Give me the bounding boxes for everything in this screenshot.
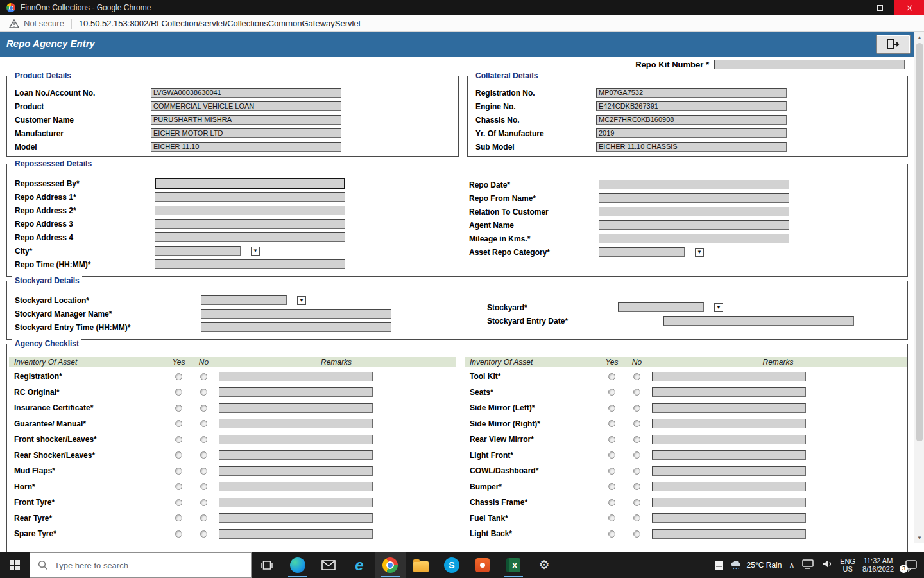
rear-view-mirror-remarks-input[interactable]	[652, 435, 806, 444]
tray-chevron-icon[interactable]: ∧	[789, 561, 794, 570]
rear-tyre-no-radio[interactable]	[200, 514, 207, 521]
stockyard-select[interactable]	[618, 302, 704, 312]
scrollbar-thumb[interactable]	[916, 43, 923, 441]
stockyard-dropdown-button[interactable]: ▼	[714, 303, 723, 312]
repossessed-by-input[interactable]	[155, 178, 345, 189]
repo-address-3-input[interactable]	[155, 219, 345, 229]
volume-icon[interactable]	[821, 559, 833, 572]
agent-name-input[interactable]	[599, 220, 789, 230]
start-button[interactable]	[0, 552, 30, 578]
spare-tyre-yes-radio[interactable]	[175, 530, 182, 538]
repo-address-2-input[interactable]	[155, 206, 345, 215]
rear-shocker-leaves-yes-radio[interactable]	[175, 451, 182, 459]
rear-view-mirror-no-radio[interactable]	[633, 436, 640, 443]
file-explorer-icon[interactable]	[406, 552, 436, 578]
minimize-button[interactable]	[835, 0, 865, 15]
side-mirror-left-remarks-input[interactable]	[652, 403, 806, 413]
address-bar[interactable]: Not secure 10.50.52.153:8002/RLCollectio…	[0, 15, 924, 32]
registration-no-input[interactable]: MP07GA7532	[596, 88, 787, 98]
task-view-button[interactable]	[252, 552, 282, 578]
fuel-tank-no-radio[interactable]	[633, 514, 640, 521]
light-back-remarks-input[interactable]	[652, 529, 806, 539]
cowl-dashboard-remarks-input[interactable]	[652, 466, 806, 476]
fuel-tank-remarks-input[interactable]	[652, 513, 806, 523]
registration-remarks-input[interactable]	[219, 372, 373, 381]
asset-repo-category-select[interactable]	[599, 247, 685, 257]
sub-model-input[interactable]: EICHER 11.10 CHASSIS	[596, 142, 787, 152]
rear-view-mirror-yes-radio[interactable]	[608, 436, 615, 443]
loan-no-account-no-input[interactable]: LVGWA00038630041	[151, 88, 341, 98]
mud-flaps-yes-radio[interactable]	[175, 468, 182, 475]
weather-widget[interactable]: 25°C Rain	[730, 561, 782, 570]
chassis-frame-yes-radio[interactable]	[608, 499, 615, 506]
internet-explorer-icon[interactable]: e	[344, 552, 375, 578]
guarantee-manual-yes-radio[interactable]	[175, 420, 182, 427]
relation-to-customer-input[interactable]	[599, 207, 789, 216]
mail-icon[interactable]	[313, 552, 344, 578]
seats-remarks-input[interactable]	[652, 387, 806, 397]
repo-time-hh-mm-input[interactable]	[155, 259, 345, 269]
network-icon[interactable]	[801, 559, 814, 572]
side-mirror-left-yes-radio[interactable]	[608, 405, 615, 412]
light-front-yes-radio[interactable]	[608, 451, 615, 459]
side-mirror-right-no-radio[interactable]	[633, 420, 640, 427]
mileage-in-kms-input[interactable]	[599, 234, 789, 243]
tool-kit-yes-radio[interactable]	[608, 373, 615, 380]
bumper-remarks-input[interactable]	[652, 482, 806, 491]
tray-app-icon[interactable]	[715, 561, 723, 570]
stockyard-entry-date-input[interactable]	[663, 316, 854, 326]
model-input[interactable]: EICHER 11.10	[151, 142, 341, 152]
insurance-certificate-remarks-input[interactable]	[219, 403, 373, 413]
front-shocker-leaves-yes-radio[interactable]	[175, 436, 182, 443]
city-dropdown-button[interactable]: ▼	[251, 247, 260, 256]
chassis-no-input[interactable]: MC2F7HRC0KB160908	[596, 115, 787, 125]
insurance-certificate-no-radio[interactable]	[200, 405, 207, 412]
side-mirror-left-no-radio[interactable]	[633, 405, 640, 412]
stockyard-entry-time-hh-mm-input[interactable]	[201, 322, 391, 332]
scroll-down-button[interactable]: ▼	[914, 532, 924, 543]
exit-button[interactable]	[876, 35, 911, 54]
repo-from-name-input[interactable]	[599, 193, 789, 203]
chassis-frame-no-radio[interactable]	[633, 499, 640, 506]
repo-address-4-input[interactable]	[155, 232, 345, 242]
front-shocker-leaves-no-radio[interactable]	[200, 436, 207, 443]
rc-original-yes-radio[interactable]	[175, 389, 182, 396]
front-shocker-leaves-remarks-input[interactable]	[219, 435, 373, 444]
front-tyre-remarks-input[interactable]	[219, 498, 373, 507]
taskbar-search[interactable]: Type here to search	[30, 552, 252, 578]
manufacturer-input[interactable]: EICHER MOTOR LTD	[151, 128, 341, 138]
repo-kit-number-input[interactable]	[714, 60, 905, 69]
scroll-up-button[interactable]: ▲	[914, 32, 924, 42]
seats-no-radio[interactable]	[633, 389, 640, 396]
yr-of-manufacture-input[interactable]: 2019	[596, 128, 787, 138]
asset-repo-category-dropdown-button[interactable]: ▼	[695, 248, 704, 257]
stockyard-location-select[interactable]	[201, 295, 287, 305]
rear-tyre-yes-radio[interactable]	[175, 514, 182, 521]
side-mirror-right-remarks-input[interactable]	[652, 419, 806, 428]
insurance-certificate-yes-radio[interactable]	[175, 405, 182, 412]
chrome-icon[interactable]	[375, 552, 406, 578]
vertical-scrollbar[interactable]: ▲ ▼	[914, 32, 924, 543]
product-input[interactable]: COMMERCIAL VEHICLE LOAN	[151, 101, 341, 111]
rear-tyre-remarks-input[interactable]	[219, 513, 373, 523]
registration-no-radio[interactable]	[200, 373, 207, 380]
mud-flaps-no-radio[interactable]	[200, 468, 207, 475]
guarantee-manual-no-radio[interactable]	[200, 420, 207, 427]
engine-no-input[interactable]: E424CDKB267391	[596, 101, 787, 111]
skype-icon[interactable]: S	[436, 552, 467, 578]
seats-yes-radio[interactable]	[608, 389, 615, 396]
stockyard-manager-name-input[interactable]	[201, 309, 391, 319]
light-front-no-radio[interactable]	[633, 451, 640, 459]
app-icon-orange[interactable]	[467, 552, 498, 578]
rear-shocker-leaves-no-radio[interactable]	[200, 451, 207, 459]
light-back-yes-radio[interactable]	[608, 530, 615, 538]
taskbar-clock[interactable]: 11:32 AM 8/16/2022	[862, 557, 894, 574]
close-button[interactable]	[894, 0, 924, 15]
guarantee-manual-remarks-input[interactable]	[219, 419, 373, 428]
front-tyre-no-radio[interactable]	[200, 499, 207, 506]
bumper-yes-radio[interactable]	[608, 483, 615, 490]
fuel-tank-yes-radio[interactable]	[608, 514, 615, 521]
cowl-dashboard-no-radio[interactable]	[633, 468, 640, 475]
chassis-frame-remarks-input[interactable]	[652, 498, 806, 507]
language-indicator[interactable]: ENG US	[840, 557, 855, 573]
